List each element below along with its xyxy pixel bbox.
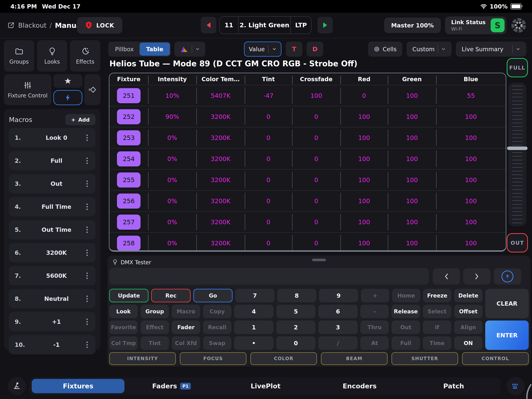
clear-button[interactable]: CLEAR bbox=[485, 289, 529, 318]
link-status-button[interactable]: Link Status Wi-Fi S bbox=[445, 16, 507, 34]
cue-display[interactable]: 11 2. Light Green LTP bbox=[219, 16, 312, 34]
key-dot[interactable]: + bbox=[361, 289, 389, 302]
cue-go-button[interactable] bbox=[317, 17, 333, 33]
macro-item-out[interactable]: 3.Out bbox=[9, 174, 95, 193]
table-cell[interactable]: 3200K bbox=[196, 148, 245, 169]
panel-drag-handle[interactable] bbox=[312, 259, 326, 261]
table-cell[interactable]: 0 bbox=[245, 106, 292, 127]
table-cell[interactable]: 100 bbox=[436, 106, 506, 127]
macro-menu-icon[interactable] bbox=[83, 181, 91, 187]
sidebar-fixture-control-button[interactable]: Fixture Control bbox=[4, 74, 51, 105]
table-cell[interactable]: 3200K bbox=[196, 106, 245, 127]
pillbox-view-tab[interactable]: Pillbox bbox=[109, 46, 139, 53]
fixture-type-dropdown[interactable] bbox=[174, 42, 205, 57]
key-0[interactable]: 0 bbox=[276, 336, 316, 350]
add-macro-button[interactable]: + Add bbox=[65, 114, 95, 125]
category-beam[interactable]: BEAM bbox=[321, 352, 388, 365]
table-cell[interactable]: 100 bbox=[388, 191, 436, 211]
table-cell[interactable]: 0 bbox=[292, 170, 340, 190]
table-view-tab[interactable]: Table bbox=[139, 43, 170, 56]
key-favorite[interactable]: Favorite bbox=[109, 321, 138, 334]
table-cell[interactable]: 100 bbox=[436, 191, 506, 211]
table-cell[interactable]: 0% bbox=[148, 191, 196, 211]
macro-menu-icon[interactable] bbox=[83, 250, 91, 256]
fixture-id-pill[interactable]: 254 bbox=[117, 151, 140, 166]
nav-tab-patch[interactable]: Patch bbox=[407, 382, 501, 390]
cue-number[interactable]: 11 bbox=[220, 17, 238, 34]
nav-tab-encoders[interactable]: Encoders bbox=[313, 382, 407, 390]
table-cell[interactable]: 100 bbox=[436, 127, 506, 148]
table-cell[interactable]: 100 bbox=[340, 212, 388, 232]
quick-actions-tab-button[interactable] bbox=[53, 90, 82, 105]
nav-tab-faders[interactable]: Faders P1 bbox=[125, 382, 219, 390]
table-cell[interactable]: 100 bbox=[388, 170, 436, 190]
key-full[interactable]: Full bbox=[392, 336, 420, 350]
key-fader[interactable]: Fader bbox=[172, 321, 200, 334]
table-cell[interactable]: 100 bbox=[340, 148, 388, 169]
command-history-forward-button[interactable] bbox=[463, 268, 491, 285]
key-6[interactable]: 6 bbox=[318, 305, 358, 318]
macro-item-full[interactable]: 2.Full bbox=[9, 151, 95, 170]
full-button[interactable]: FULL bbox=[507, 58, 528, 77]
table-cell[interactable]: 0 bbox=[292, 106, 340, 127]
table-cell[interactable]: 5407K bbox=[196, 85, 245, 106]
table-cell[interactable]: 0 bbox=[245, 233, 292, 252]
key-time[interactable]: Time bbox=[423, 336, 451, 350]
table-cell[interactable]: 100 bbox=[436, 233, 506, 252]
key-dot[interactable]: • bbox=[234, 336, 273, 350]
nav-tab-fixtures[interactable]: Fixtures bbox=[32, 379, 125, 393]
category-intensity[interactable]: INTENSITY bbox=[109, 352, 176, 365]
macro-item-1[interactable]: 9.+1 bbox=[9, 312, 95, 331]
key-7[interactable]: 7 bbox=[235, 289, 274, 302]
macro-menu-icon[interactable] bbox=[83, 272, 91, 279]
key-release[interactable]: Release bbox=[392, 305, 420, 318]
key-recall[interactable]: Recall bbox=[203, 321, 232, 334]
master-level-button[interactable]: Master 100% bbox=[384, 18, 441, 33]
table-cell[interactable]: 0 bbox=[292, 212, 340, 232]
macro-menu-icon[interactable] bbox=[83, 227, 91, 233]
key-select[interactable]: Select bbox=[423, 305, 451, 318]
macro-item-3200k[interactable]: 6.3200K bbox=[9, 243, 95, 262]
key-update[interactable]: Update bbox=[109, 289, 148, 302]
table-cell[interactable]: 100 bbox=[292, 85, 340, 106]
key-if[interactable]: if bbox=[423, 321, 451, 334]
key-at[interactable]: At bbox=[360, 336, 389, 350]
macro-menu-icon[interactable] bbox=[83, 342, 91, 348]
key-4[interactable]: 4 bbox=[234, 305, 273, 318]
key-freeze[interactable]: Freeze bbox=[423, 289, 451, 302]
fixture-id-pill[interactable]: 253 bbox=[117, 130, 140, 145]
joystick-button[interactable] bbox=[8, 377, 26, 395]
table-cell[interactable]: 100 bbox=[436, 212, 506, 232]
key-go[interactable]: Go bbox=[193, 289, 233, 302]
table-cell[interactable]: 100 bbox=[388, 233, 436, 252]
command-send-button[interactable] bbox=[494, 268, 521, 285]
key-5[interactable]: 5 bbox=[276, 305, 316, 318]
table-cell[interactable]: 100 bbox=[340, 170, 388, 190]
key-macro[interactable]: Macro bbox=[172, 305, 200, 318]
table-cell[interactable]: 0% bbox=[148, 170, 196, 190]
table-cell[interactable]: 0 bbox=[292, 233, 340, 252]
table-cell[interactable]: 0 bbox=[340, 85, 388, 106]
key-offset[interactable]: Offset bbox=[454, 305, 483, 318]
table-cell[interactable]: 0 bbox=[245, 148, 292, 169]
master-fader[interactable] bbox=[508, 83, 526, 226]
delay-toggle-button[interactable]: D bbox=[307, 42, 323, 57]
table-cell[interactable]: 0 bbox=[245, 127, 292, 148]
key-col-xfd[interactable]: Col Xfd bbox=[172, 336, 200, 350]
table-cell[interactable]: 100 bbox=[340, 127, 388, 148]
table-cell[interactable]: 10% bbox=[148, 85, 196, 106]
table-cell[interactable]: 90% bbox=[148, 106, 196, 127]
table-cell[interactable]: 0 bbox=[292, 148, 340, 169]
lock-button[interactable]: LOCK bbox=[77, 17, 122, 34]
nav-tab-liveplot[interactable]: LivePlot bbox=[219, 382, 313, 390]
table-cell[interactable]: 3200K bbox=[196, 191, 245, 211]
table-cell[interactable]: 55 bbox=[436, 85, 506, 106]
custom-columns-dropdown[interactable]: Custom bbox=[406, 42, 452, 57]
enter-button[interactable]: ENTER bbox=[485, 321, 529, 350]
cells-toggle-button[interactable]: Cells bbox=[368, 42, 402, 57]
macro-menu-icon[interactable] bbox=[83, 296, 91, 302]
key-thru[interactable]: Thru bbox=[360, 321, 389, 334]
table-cell[interactable]: 0 bbox=[292, 127, 340, 148]
category-shutter[interactable]: SHUTTER bbox=[392, 352, 458, 365]
sidebar-looks-button[interactable]: Looks bbox=[37, 40, 67, 71]
